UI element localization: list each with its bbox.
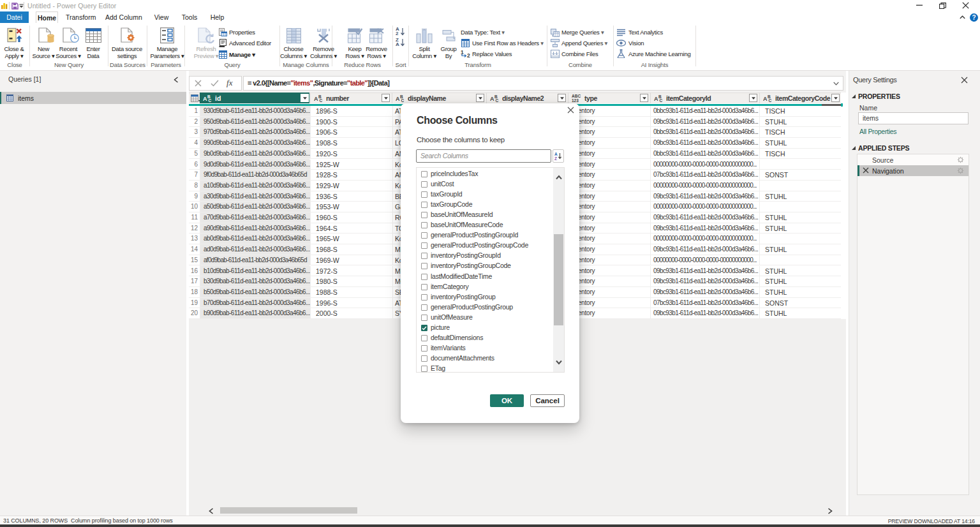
svg-text:A: A (314, 96, 318, 102)
svg-text:C: C (769, 98, 772, 102)
svg-text:Z: Z (554, 156, 557, 160)
svg-text:A: A (396, 96, 400, 102)
svg-text:123: 123 (572, 98, 579, 102)
svg-text:A: A (554, 152, 558, 156)
svg-text:C: C (320, 98, 323, 102)
svg-text:A: A (763, 96, 768, 102)
svg-text:C: C (401, 98, 405, 102)
svg-text:C: C (496, 98, 499, 102)
svg-text:A: A (490, 96, 494, 102)
svg-text:A: A (203, 96, 207, 102)
svg-text:ABC: ABC (572, 94, 581, 98)
svg-text:C: C (660, 98, 663, 102)
svg-text:A: A (654, 96, 658, 102)
svg-text:C: C (209, 98, 212, 102)
